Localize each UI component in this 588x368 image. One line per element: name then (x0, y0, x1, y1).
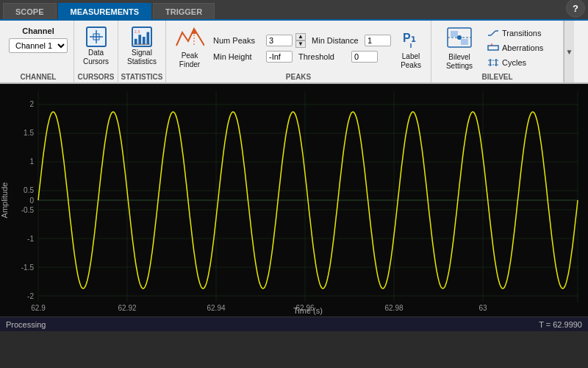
cycles-icon (487, 57, 499, 68)
signal-statistics-icon: 2.5 (132, 26, 152, 47)
statistics-group-label: STATISTICS (118, 73, 165, 81)
svg-point-17 (457, 35, 462, 40)
waveform-svg: 2 1.5 1 0.5 0 -0.5 -1 -1.5 -2 Amplitude … (0, 84, 588, 316)
bilevel-settings-icon (446, 25, 473, 52)
bilevel-group: BilevelSettings Transitions (431, 21, 564, 82)
channel-group-label: CHANNEL (3, 73, 74, 81)
channel-select[interactable]: Channel 1 Channel 2 Channel 3 Channel 4 (9, 38, 68, 53)
min-distance-input[interactable] (365, 35, 391, 46)
peaks-group: PeakFinder Num Peaks ▲ ▼ Min Distance Mi… (166, 21, 431, 82)
channel-group: Channel Channel 1 Channel 2 Channel 3 Ch… (3, 21, 74, 82)
svg-line-19 (491, 31, 495, 35)
data-cursors-button[interactable]: DataCursors (80, 25, 112, 68)
svg-text:63: 63 (478, 304, 487, 312)
status-bar: Processing T = 62.9990 (0, 316, 588, 331)
svg-text:Time (s): Time (s) (293, 306, 323, 315)
ribbon: Channel Channel 1 Channel 2 Channel 3 Ch… (0, 21, 588, 84)
svg-text:2: 2 (29, 100, 34, 108)
tab-measurements[interactable]: MEASUREMENTS (58, 3, 152, 19)
svg-text:62.9: 62.9 (31, 304, 46, 312)
svg-text:0.5: 0.5 (24, 186, 34, 194)
svg-text:2.5: 2.5 (135, 29, 140, 34)
label-peaks-button[interactable]: P₁ LabelPeaks (397, 24, 425, 71)
svg-rect-15 (451, 31, 458, 37)
min-height-input[interactable] (266, 51, 293, 63)
svg-text:1: 1 (29, 158, 34, 166)
num-peaks-row: Num Peaks ▲ ▼ Min Distance (213, 33, 391, 48)
min-distance-label: Min Distance (312, 36, 362, 45)
peak-finder-icon (175, 26, 204, 50)
num-peaks-spinner: ▲ ▼ (295, 33, 306, 48)
transitions-button[interactable]: Transitions (484, 26, 546, 40)
svg-text:62.92: 62.92 (118, 304, 136, 312)
statistics-group: 2.5 SignalStatistics STATISTICS (118, 21, 166, 82)
label-peaks-icon: P₁ (400, 26, 422, 51)
channel-dropdown-row: Channel 1 Channel 2 Channel 3 Channel 4 (9, 38, 68, 53)
num-peaks-up[interactable]: ▲ (295, 33, 306, 40)
min-height-row: Min Height Threshold (213, 51, 391, 63)
cycles-button[interactable]: Cycles (484, 56, 546, 69)
svg-rect-16 (461, 39, 468, 45)
svg-rect-6 (146, 32, 149, 45)
signal-statistics-label: SignalStatistics (127, 49, 157, 66)
svg-text:1.5: 1.5 (24, 129, 34, 137)
signal-statistics-button[interactable]: 2.5 SignalStatistics (124, 25, 159, 68)
num-peaks-down[interactable]: ▼ (295, 40, 306, 48)
num-peaks-label: Num Peaks (213, 36, 263, 45)
cycles-label: Cycles (502, 58, 526, 67)
aberrations-button[interactable]: Aberrations (484, 41, 546, 54)
collapse-ribbon-button[interactable]: ▼ (564, 21, 574, 82)
peak-finder-label: PeakFinder (179, 52, 200, 69)
help-button[interactable]: ? (566, 0, 585, 18)
peak-finder-button[interactable]: PeakFinder (172, 25, 207, 71)
tab-trigger[interactable]: TRIGGER (153, 3, 215, 19)
status-left: Processing (6, 320, 46, 329)
aberrations-icon (487, 42, 499, 54)
peaks-inputs: Num Peaks ▲ ▼ Min Distance Min Height Th… (213, 33, 391, 63)
peaks-group-label: PEAKS (166, 73, 431, 81)
svg-text:P₁: P₁ (403, 32, 416, 44)
svg-rect-4 (138, 35, 141, 44)
svg-text:-2: -2 (27, 292, 34, 300)
bilevel-settings-label: BilevelSettings (446, 53, 473, 71)
aberrations-label: Aberrations (502, 43, 543, 52)
transitions-icon (487, 27, 499, 39)
svg-text:-0.5: -0.5 (21, 206, 35, 214)
threshold-label: Threshold (298, 52, 348, 61)
cursors-group-label: CURSORS (74, 73, 118, 81)
status-right: T = 62.9990 (539, 320, 582, 329)
data-cursors-icon (86, 26, 107, 47)
scope-area: 2 1.5 1 0.5 0 -0.5 -1 -1.5 -2 Amplitude … (0, 84, 588, 316)
svg-text:-1: -1 (27, 235, 34, 243)
transitions-label: Transitions (502, 29, 541, 38)
svg-text:62.98: 62.98 (384, 304, 403, 312)
tab-bar: SCOPE MEASUREMENTS TRIGGER ? (0, 0, 588, 21)
cursors-group: DataCursors CURSORS (74, 21, 118, 82)
svg-text:62.94: 62.94 (207, 304, 225, 312)
svg-text:Amplitude: Amplitude (0, 183, 9, 219)
svg-rect-3 (135, 39, 137, 44)
bilevel-settings-button[interactable]: BilevelSettings (437, 24, 481, 72)
threshold-input[interactable] (351, 51, 378, 63)
min-height-label: Min Height (213, 52, 263, 61)
bilevel-actions: Transitions Aberrations (484, 26, 546, 69)
label-peaks-label: LabelPeaks (401, 52, 421, 70)
svg-text:-1.5: -1.5 (21, 263, 35, 272)
data-cursors-label: DataCursors (83, 49, 109, 66)
bilevel-group-label: BILEVEL (431, 73, 563, 81)
svg-text:0: 0 (29, 197, 34, 205)
svg-rect-5 (143, 37, 146, 44)
svg-rect-21 (488, 46, 498, 50)
tab-scope[interactable]: SCOPE (3, 3, 57, 19)
channel-label: Channel (22, 26, 54, 35)
num-peaks-input[interactable] (266, 35, 293, 46)
